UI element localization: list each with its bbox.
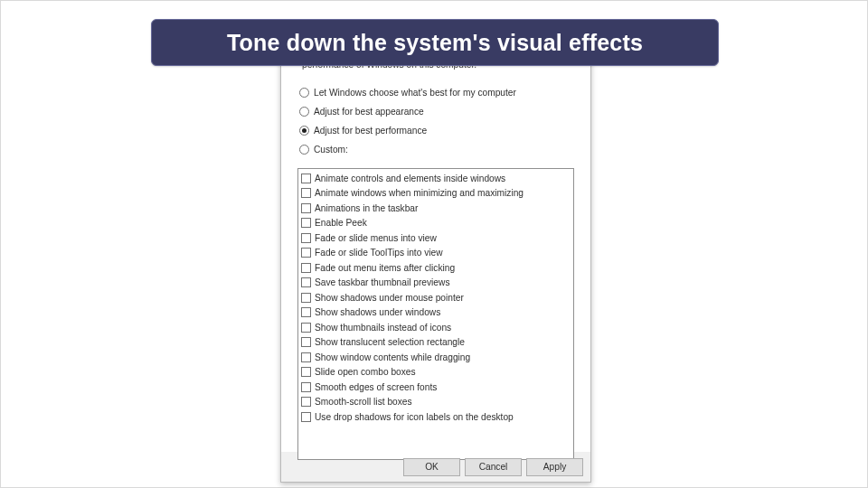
checkbox-label: Smooth-scroll list boxes [315, 397, 412, 407]
checkbox-label: Slide open combo boxes [315, 367, 416, 377]
checkbox-option-10[interactable]: Show thumbnails instead of icons [301, 320, 571, 335]
checkbox-icon [301, 277, 311, 287]
checkbox-label: Fade or slide ToolTips into view [315, 248, 443, 258]
radio-label: Adjust for best appearance [314, 107, 424, 117]
visual-effects-radio-group: Let Windows choose what's best for my co… [299, 83, 516, 159]
checkbox-label: Animate windows when minimizing and maxi… [315, 188, 524, 198]
checkbox-icon [301, 337, 311, 347]
radio-option-1[interactable]: Adjust for best appearance [299, 102, 516, 120]
dialog-button-row: OK Cancel Apply [396, 452, 590, 482]
performance-options-dialog: performance of Windows on this computer.… [280, 56, 591, 483]
radio-label: Adjust for best performance [314, 126, 427, 136]
slide-title: Tone down the system's visual effects [227, 30, 643, 56]
checkbox-label: Use drop shadows for icon labels on the … [315, 412, 514, 422]
radio-icon [299, 88, 309, 98]
checkbox-option-14[interactable]: Smooth edges of screen fonts [301, 380, 571, 395]
checkbox-icon [301, 233, 311, 243]
checkbox-option-6[interactable]: Fade out menu items after clicking [301, 260, 571, 276]
checkbox-icon [301, 174, 311, 183]
apply-button[interactable]: Apply [526, 458, 583, 476]
checkbox-label: Show window contents while dragging [315, 352, 470, 362]
radio-label: Let Windows choose what's best for my co… [314, 88, 516, 98]
checkbox-option-0[interactable]: Animate controls and elements inside win… [301, 171, 571, 186]
checkbox-label: Fade out menu items after clicking [315, 263, 455, 273]
checkbox-option-15[interactable]: Smooth-scroll list boxes [301, 395, 571, 410]
slide-title-bar: Tone down the system's visual effects [151, 19, 719, 66]
checkbox-label: Enable Peek [315, 218, 367, 228]
checkbox-label: Smooth edges of screen fonts [315, 382, 437, 392]
radio-option-3[interactable]: Custom: [299, 140, 516, 158]
checkbox-icon [301, 263, 311, 273]
checkbox-icon [301, 307, 311, 317]
checkbox-option-7[interactable]: Save taskbar thumbnail previews [301, 276, 571, 291]
checkbox-icon [301, 218, 311, 228]
checkbox-option-13[interactable]: Slide open combo boxes [301, 365, 571, 380]
checkbox-label: Fade or slide menus into view [315, 233, 437, 243]
checkbox-option-1[interactable]: Animate windows when minimizing and maxi… [301, 186, 571, 202]
checkbox-option-16[interactable]: Use drop shadows for icon labels on the … [301, 409, 571, 425]
checkbox-option-5[interactable]: Fade or slide ToolTips into view [301, 246, 571, 261]
checkbox-option-12[interactable]: Show window contents while dragging [301, 350, 571, 365]
checkbox-icon [301, 352, 311, 362]
checkbox-option-2[interactable]: Animations in the taskbar [301, 201, 571, 216]
radio-icon [299, 126, 309, 136]
checkbox-label: Show shadows under mouse pointer [315, 293, 464, 303]
ok-button[interactable]: OK [403, 458, 460, 476]
radio-icon [299, 145, 309, 155]
checkbox-label: Show translucent selection rectangle [315, 337, 465, 347]
checkbox-label: Animations in the taskbar [315, 203, 418, 213]
checkbox-icon [301, 397, 311, 407]
checkbox-icon [301, 382, 311, 392]
checkbox-label: Animate controls and elements inside win… [315, 174, 505, 183]
checkbox-icon [301, 367, 311, 377]
cancel-button[interactable]: Cancel [465, 458, 522, 476]
checkbox-icon [301, 248, 311, 258]
checkbox-option-3[interactable]: Enable Peek [301, 216, 571, 231]
checkbox-icon [301, 412, 311, 422]
radio-option-0[interactable]: Let Windows choose what's best for my co… [299, 83, 516, 101]
checkbox-option-8[interactable]: Show shadows under mouse pointer [301, 290, 571, 305]
checkbox-label: Show thumbnails instead of icons [315, 323, 451, 333]
checkbox-icon [301, 293, 311, 303]
dialog-body: performance of Windows on this computer.… [281, 57, 590, 452]
checkbox-icon [301, 188, 311, 198]
radio-label: Custom: [314, 145, 348, 155]
checkbox-icon [301, 203, 311, 213]
checkbox-label: Save taskbar thumbnail previews [315, 277, 450, 287]
checkbox-option-4[interactable]: Fade or slide menus into view [301, 230, 571, 246]
checkbox-label: Show shadows under windows [315, 307, 440, 317]
checkbox-option-11[interactable]: Show translucent selection rectangle [301, 335, 571, 351]
checkbox-option-9[interactable]: Show shadows under windows [301, 305, 571, 321]
visual-effects-checklist: Animate controls and elements inside win… [297, 168, 574, 460]
checkbox-icon [301, 323, 311, 333]
radio-icon [299, 107, 309, 117]
radio-option-2[interactable]: Adjust for best performance [299, 121, 516, 139]
